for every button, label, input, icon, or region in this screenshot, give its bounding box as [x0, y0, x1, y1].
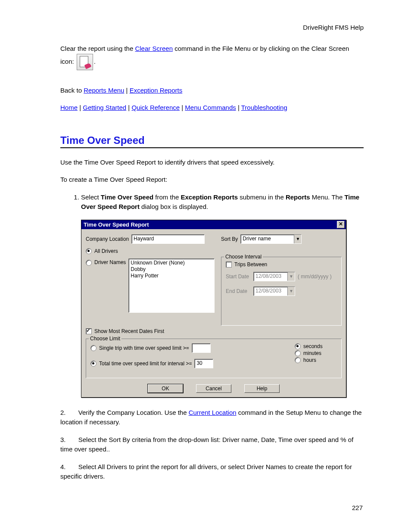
- date-format-hint: ( mm/dd/yyyy ): [298, 274, 332, 280]
- sort-by-label: Sort By: [221, 236, 238, 242]
- nav-sep-1: |: [78, 104, 83, 111]
- sort-by-value: Driver name: [241, 235, 294, 243]
- driver-names-listbox[interactable]: Unknown Driver (None) Dobby Harry Potter: [128, 258, 215, 313]
- show-recent-checkbox[interactable]: [86, 328, 92, 334]
- quick-reference-link[interactable]: Quick Reference: [131, 104, 180, 111]
- troubleshooting-link[interactable]: Troubleshooting: [241, 104, 287, 111]
- help-button[interactable]: Help: [244, 384, 280, 393]
- step3-num: 3.: [60, 436, 66, 443]
- s1b: Time Over Speed: [101, 193, 153, 201]
- para-create: To create a Time Over Speed Report:: [60, 175, 364, 185]
- choose-interval-legend: Choose Interval: [224, 254, 263, 260]
- start-date-value: 12/08/2003: [254, 272, 287, 281]
- page-number: 227: [352, 504, 363, 511]
- exception-reports-link[interactable]: Exception Reports: [130, 87, 183, 94]
- hours-radio[interactable]: [295, 357, 301, 363]
- step-2: 2. Verify the Company Location. Use the …: [60, 408, 364, 427]
- hours-label: hours: [303, 357, 316, 363]
- step2-a: Verify the Company Location. Use the: [78, 409, 189, 416]
- ok-button[interactable]: OK: [148, 384, 183, 393]
- list-item[interactable]: Harry Potter: [131, 273, 212, 279]
- back-sep: |: [124, 87, 129, 94]
- intro-text-1: Clear the report using the: [60, 45, 135, 52]
- total-time-label: Total time over speed limit for interval…: [99, 361, 192, 367]
- dialog-titlebar: Time Over Speed Report ✕: [81, 220, 346, 229]
- step3-text: Select the Sort By criteria from the dro…: [60, 436, 353, 453]
- dialog-title: Time Over Speed Report: [84, 221, 149, 228]
- total-time-input[interactable]: 30: [194, 359, 213, 368]
- seconds-radio[interactable]: [295, 343, 301, 349]
- reports-menu-link[interactable]: Reports Menu: [84, 87, 124, 94]
- s1e: submenu in the: [238, 193, 286, 201]
- menu-commands-link[interactable]: Menu Commands: [185, 104, 236, 111]
- single-trip-label: Single trip with time over speed limit >…: [99, 345, 189, 351]
- step-3: 3. Select the Sort By criteria from the …: [60, 435, 364, 454]
- nav-sep-3: |: [180, 104, 185, 111]
- company-location-label: Company Location: [86, 236, 129, 242]
- step2-num: 2.: [60, 409, 66, 416]
- section-title: Time Over Speed: [60, 134, 364, 146]
- start-date-field[interactable]: 12/08/2003 ▼: [253, 272, 295, 281]
- cancel-button[interactable]: Cancel: [196, 384, 231, 393]
- nav-sep-2: |: [126, 104, 131, 111]
- step4-num: 4.: [60, 463, 66, 470]
- single-trip-radio[interactable]: [90, 345, 97, 351]
- nav-line: Home | Getting Started | Quick Reference…: [60, 103, 364, 113]
- s1i: dialog box is displayed.: [140, 203, 208, 210]
- getting-started-link[interactable]: Getting Started: [83, 104, 126, 111]
- clear-screen-link[interactable]: Clear Screen: [135, 45, 173, 52]
- step-1: Select Time Over Speed from the Exceptio…: [81, 193, 364, 212]
- end-date-value: 12/08/2003: [254, 287, 287, 296]
- total-time-radio[interactable]: [90, 361, 97, 367]
- title-rule: [60, 147, 364, 148]
- s1c: from the: [153, 193, 181, 201]
- back-to-line: Back to Reports Menu | Exception Reports: [60, 86, 364, 96]
- steps-list: Select Time Over Speed from the Exceptio…: [60, 193, 364, 212]
- home-link[interactable]: Home: [60, 104, 78, 111]
- minutes-label: minutes: [303, 350, 321, 356]
- driver-names-label: Driver Names: [94, 259, 126, 265]
- show-recent-label: Show Most Recent Dates First: [94, 328, 164, 334]
- single-trip-input[interactable]: [192, 343, 211, 353]
- s1d: Exception Reports: [181, 193, 238, 201]
- company-location-field[interactable]: Hayward: [131, 234, 205, 244]
- s1a: Select: [81, 193, 101, 201]
- intro-paragraph: Clear the report using the Clear Screen …: [60, 44, 364, 70]
- minutes-radio[interactable]: [295, 350, 301, 356]
- current-location-link[interactable]: Current Location: [189, 409, 237, 416]
- end-date-label: End Date: [226, 288, 251, 294]
- intro-period: .: [94, 57, 96, 65]
- all-drivers-label: All Drivers: [94, 248, 118, 254]
- time-over-speed-dialog: Time Over Speed Report ✕ Company Locatio…: [81, 220, 346, 398]
- trips-between-checkbox[interactable]: [226, 261, 232, 268]
- s1g: Menu. The: [310, 193, 345, 201]
- chevron-down-icon: ▼: [287, 272, 295, 281]
- nav-sep-4: |: [236, 104, 241, 111]
- step-4: 4. Select All Drivers to print the repor…: [60, 462, 364, 482]
- s1f: Reports: [286, 193, 310, 201]
- close-icon[interactable]: ✕: [337, 221, 345, 228]
- para-use: Use the Time Over Speed Report to identi…: [60, 158, 364, 168]
- sort-by-dropdown[interactable]: Driver name ▼: [240, 234, 302, 244]
- list-item[interactable]: Dobby: [131, 266, 212, 273]
- back-prefix: Back to: [60, 87, 84, 94]
- start-date-label: Start Date: [226, 274, 251, 280]
- seconds-label: seconds: [303, 343, 323, 349]
- doc-header: DriveRight FMS Help: [60, 24, 364, 31]
- all-drivers-radio[interactable]: [86, 248, 92, 254]
- choose-limit-legend: Choose Limit: [89, 336, 121, 342]
- end-date-field[interactable]: 12/08/2003 ▼: [253, 286, 295, 296]
- step4-text: Select All Drivers to print the report f…: [60, 463, 352, 480]
- clear-screen-icon[interactable]: [77, 54, 93, 70]
- chevron-down-icon[interactable]: ▼: [294, 235, 301, 243]
- trips-between-label: Trips Between: [234, 261, 267, 268]
- chevron-down-icon: ▼: [287, 287, 295, 296]
- list-item[interactable]: Unknown Driver (None): [131, 260, 212, 266]
- driver-names-radio[interactable]: [86, 260, 92, 266]
